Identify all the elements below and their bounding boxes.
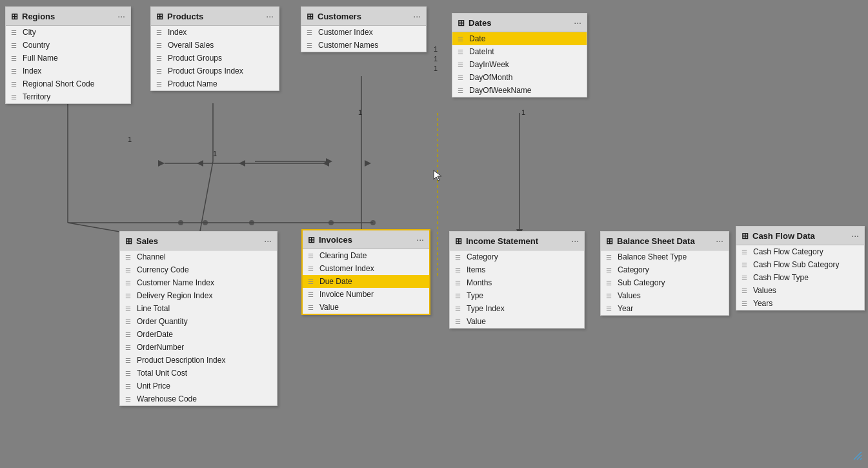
sales-table: ⊞ Sales ··· ☰Channel ☰Currency Code ☰Cus… — [119, 231, 278, 406]
invoices-title: Invoices — [319, 235, 352, 245]
table-row: ☰Months — [450, 276, 584, 289]
field-icon: ☰ — [156, 29, 164, 36]
table-row: ☰Territory — [6, 90, 130, 103]
table-row: ☰Product Groups — [151, 52, 279, 65]
svg-line-4 — [200, 161, 213, 231]
table-row: ☰DayInWeek — [452, 58, 587, 71]
field-icon: ☰ — [458, 36, 465, 43]
balance-sheet-header: ⊞ Balance Sheet Data ··· — [601, 232, 729, 250]
table-row: ☰Items — [450, 263, 584, 276]
table-row: ☰Overall Sales — [151, 39, 279, 52]
income-statement-title: Income Statement — [466, 236, 538, 246]
table-row: ☰DayOfWeekName — [452, 84, 587, 97]
dates-menu[interactable]: ··· — [574, 17, 581, 28]
table-row: ☰Values — [601, 289, 729, 302]
table-row: ☰Line Total — [120, 302, 277, 315]
balance-sheet-table-icon: ⊞ — [606, 236, 613, 246]
table-row: ☰Customer Names — [301, 39, 426, 52]
field-icon: ☰ — [606, 254, 614, 261]
field-icon: ☰ — [742, 287, 749, 294]
svg-point-15 — [203, 220, 208, 225]
field-icon: ☰ — [125, 357, 133, 364]
regions-header: ⊞ Regions ··· — [6, 7, 130, 26]
regions-title: Regions — [22, 12, 55, 21]
balance-sheet-menu[interactable]: ··· — [716, 236, 723, 246]
field-icon: ☰ — [11, 42, 19, 49]
field-icon: ☰ — [606, 292, 614, 300]
regions-menu[interactable]: ··· — [117, 11, 125, 21]
customers-title: Customers — [318, 12, 361, 21]
field-icon: ☰ — [125, 370, 133, 377]
invoices-table: ⊞ Invoices ··· ☰Clearing Date ☰Customer … — [301, 229, 430, 315]
table-row: ☰Sub Category — [601, 276, 729, 289]
table-row: ☰Product Description Index — [120, 354, 277, 367]
field-icon: ☰ — [11, 68, 19, 75]
table-row: ☰Country — [6, 39, 130, 52]
income-statement-table-icon: ⊞ — [455, 236, 462, 246]
table-row: ☰Values — [736, 284, 864, 297]
products-menu[interactable]: ··· — [266, 11, 274, 21]
field-icon: ☰ — [455, 292, 463, 300]
field-icon: ☰ — [308, 278, 316, 285]
table-row: ☰Order Quantity — [120, 315, 277, 328]
table-row: ☰Cash Flow Category — [736, 245, 864, 258]
table-row: ☰Balance Sheet Type — [601, 250, 729, 263]
table-row: ☰Type — [450, 289, 584, 302]
field-icon: ☰ — [125, 331, 133, 338]
field-icon: ☰ — [455, 254, 463, 261]
table-row: ☰Category — [450, 250, 584, 263]
field-icon: ☰ — [458, 48, 465, 56]
dates-header: ⊞ Dates ··· — [452, 14, 587, 32]
svg-marker-10 — [326, 158, 332, 165]
table-row: ☰OrderDate — [120, 328, 277, 341]
table-row: ☰Product Groups Index — [151, 65, 279, 77]
field-icon: ☰ — [125, 280, 133, 287]
customers-table: ⊞ Customers ··· ☰Customer Index ☰Custome… — [301, 6, 427, 52]
resize-handle — [853, 451, 863, 463]
svg-marker-30 — [323, 160, 329, 167]
table-row: ☰Total Unit Cost — [120, 367, 277, 380]
field-icon: ☰ — [455, 318, 463, 325]
field-icon: ☰ — [308, 265, 316, 272]
svg-marker-31 — [365, 160, 371, 167]
table-row: ☰Clearing Date — [303, 249, 429, 262]
field-icon: ☰ — [125, 396, 133, 403]
products-table: ⊞ Products ··· ☰Index ☰Overall Sales ☰Pr… — [150, 6, 279, 91]
field-icon: ☰ — [458, 61, 465, 68]
field-icon: ☰ — [125, 292, 133, 300]
cash-flow-menu[interactable]: ··· — [851, 230, 859, 241]
cursor — [432, 169, 443, 184]
table-row: ☰Years — [736, 297, 864, 310]
table-row: ☰Channel — [120, 250, 277, 263]
cash-flow-header: ⊞ Cash Flow Data ··· — [736, 227, 864, 245]
dates-table: ⊞ Dates ··· ☰Date ☰DateInt ☰DayInWeek ☰D… — [452, 13, 587, 97]
sales-menu[interactable]: ··· — [264, 236, 272, 246]
products-title: Products — [167, 12, 203, 21]
invoices-header: ⊞ Invoices ··· — [303, 230, 429, 249]
invoices-due-date-row: ☰Due Date — [303, 275, 429, 288]
field-icon: ☰ — [742, 274, 749, 281]
cash-flow-title: Cash Flow Data — [752, 231, 815, 241]
customers-table-icon: ⊞ — [307, 12, 314, 21]
field-icon: ☰ — [307, 29, 314, 36]
field-icon: ☰ — [606, 280, 614, 287]
customers-menu[interactable]: ··· — [413, 11, 421, 21]
table-row: ☰Index — [151, 26, 279, 39]
table-row: ☰Customer Index — [301, 26, 426, 39]
balance-sheet-title: Balance Sheet Data — [617, 236, 695, 246]
table-row: ☰Index — [6, 65, 130, 77]
table-row: ☰Currency Code — [120, 263, 277, 276]
table-row: ☰Value — [450, 315, 584, 328]
table-row: ☰Unit Price — [120, 380, 277, 392]
cash-flow-table: ⊞ Cash Flow Data ··· ☰Cash Flow Category… — [736, 226, 865, 310]
income-statement-menu[interactable]: ··· — [571, 236, 579, 246]
invoices-menu[interactable]: ··· — [416, 234, 424, 245]
sales-header: ⊞ Sales ··· — [120, 232, 277, 250]
regions-table: ⊞ Regions ··· ☰City ☰Country ☰Full Name … — [5, 6, 131, 104]
table-row: ☰Date — [452, 32, 587, 45]
table-row: ☰Type Index — [450, 302, 584, 315]
invoices-table-icon: ⊞ — [308, 235, 315, 245]
field-icon: ☰ — [125, 383, 133, 390]
products-table-icon: ⊞ — [156, 12, 163, 21]
field-icon: ☰ — [125, 305, 133, 312]
